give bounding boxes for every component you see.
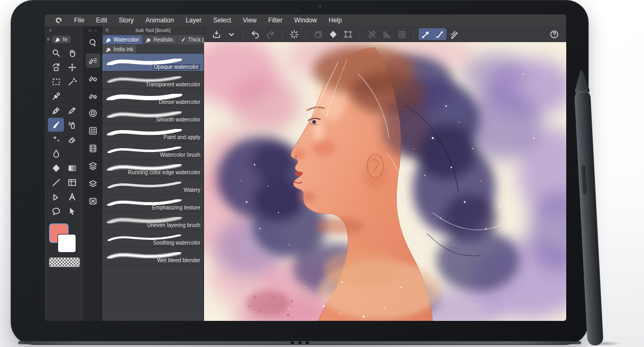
menu-help[interactable]: Help — [323, 14, 348, 26]
brush-item[interactable]: Transparent watercolor — [102, 71, 203, 89]
toolbar-divider — [360, 30, 360, 38]
tool-line[interactable] — [48, 175, 64, 189]
collapse-panel-button[interactable]: « — [49, 27, 52, 33]
crop-frame-icon[interactable] — [341, 28, 355, 40]
dock-color-set[interactable] — [86, 124, 100, 138]
brush-item[interactable]: Wet bleed blender — [102, 247, 203, 265]
tab-realistic[interactable]: Realistic — [143, 35, 177, 44]
tool-text[interactable] — [64, 190, 80, 204]
dock-navigator[interactable] — [86, 106, 100, 120]
brush-item[interactable]: Uneven layering brush — [102, 212, 203, 230]
subtool-tab-row-1: Watercolor Realistic Thick pa — [102, 35, 203, 44]
tab-watercolor[interactable]: Watercolor — [103, 35, 142, 44]
brush-item[interactable]: Dense watercolor — [102, 89, 203, 107]
menu-edit[interactable]: Edit — [90, 14, 113, 26]
brush-item[interactable]: Watery — [102, 177, 203, 195]
tool-auto-select[interactable] — [64, 75, 80, 88]
dock-next-button[interactable]: › — [95, 28, 97, 33]
dock-brush-size[interactable] — [86, 88, 100, 103]
front-camera — [319, 5, 323, 10]
dock-prev-button[interactable]: « — [88, 28, 91, 33]
tool-zoom[interactable] — [48, 46, 64, 60]
tool-selection-marquee[interactable] — [48, 75, 64, 88]
dock-material[interactable] — [86, 141, 100, 156]
dock-sub-view[interactable] — [86, 194, 100, 208]
menu-file[interactable]: File — [68, 14, 90, 26]
tool-blend[interactable] — [48, 147, 64, 160]
brush-item[interactable]: Paint and apply — [102, 124, 203, 142]
menu-select[interactable]: Select — [207, 14, 237, 26]
palette-dock: « › — [84, 26, 102, 321]
redo-icon[interactable] — [263, 28, 277, 40]
dock-layer-property[interactable] — [86, 159, 100, 173]
tool-panel-menu-icon[interactable]: ≡ — [47, 37, 50, 42]
tool-operation[interactable] — [64, 204, 80, 218]
clip-studio-paint-logo-icon[interactable] — [53, 15, 63, 25]
tool-panel-tab[interactable]: Te — [52, 36, 71, 43]
menu-animation[interactable]: Animation — [140, 14, 180, 26]
line-correction-icon[interactable] — [447, 28, 461, 40]
tool-move[interactable] — [64, 60, 80, 74]
brush-item[interactable]: Opaque watercolor — [102, 54, 203, 71]
dock-tool-property[interactable] — [86, 71, 100, 85]
grid-icon[interactable] — [395, 28, 409, 40]
brush-item[interactable]: Watercolor brush — [102, 142, 203, 159]
fill-icon[interactable] — [326, 28, 340, 40]
tool-eraser[interactable] — [64, 132, 80, 146]
light-sensor — [301, 7, 304, 10]
subtool-menu-icon[interactable]: ≡ — [105, 28, 109, 33]
portrait-ear — [368, 154, 384, 177]
menu-layer[interactable]: Layer — [180, 14, 207, 26]
canvas[interactable] — [204, 42, 566, 321]
dock-quick-access[interactable] — [86, 36, 100, 50]
tab-india-ink[interactable]: India ink — [103, 45, 136, 54]
brush-item[interactable]: Emphasizing texture — [102, 195, 203, 212]
refresh-icon[interactable] — [287, 28, 301, 40]
brush-item[interactable]: Smooth watercolor — [102, 107, 203, 124]
brush-item[interactable]: Running color edge watercolor — [102, 159, 203, 177]
tool-balloon[interactable] — [48, 204, 64, 218]
transparent-color-swatch[interactable] — [49, 257, 80, 267]
watercolor-portrait-artwork — [204, 42, 566, 321]
tool-polyline[interactable] — [48, 190, 64, 204]
dock-layer[interactable] — [86, 176, 100, 191]
duplicate-icon[interactable] — [311, 28, 325, 40]
tool-eyedropper[interactable] — [48, 89, 64, 103]
tool-rotate[interactable] — [48, 60, 64, 74]
triangle-ruler-icon[interactable] — [380, 28, 394, 40]
tool-grid — [45, 45, 83, 219]
toolbar-divider — [306, 30, 306, 38]
tool-frame-border[interactable] — [64, 175, 80, 189]
tool-gradient[interactable] — [64, 161, 80, 175]
brush-item[interactable]: Soothing watercolor — [102, 230, 203, 247]
tool-decoration[interactable] — [48, 132, 64, 146]
menu-bar: File Edit Story Animation Layer Select V… — [45, 14, 566, 26]
toolbar-divider — [413, 30, 414, 38]
tool-pen[interactable] — [48, 103, 64, 117]
dock-sub-tool[interactable] — [86, 53, 100, 68]
menu-window[interactable]: Window — [288, 14, 323, 26]
undo-icon[interactable] — [248, 28, 262, 40]
command-bar — [204, 26, 566, 42]
tool-airbrush[interactable] — [64, 118, 80, 132]
menu-story[interactable]: Story — [113, 14, 140, 26]
tool-hand[interactable] — [64, 46, 80, 60]
ruler-off-icon[interactable] — [365, 28, 379, 40]
save-icon[interactable] — [209, 28, 223, 40]
subtool-header: ≡ Sub Tool [Brush] — [102, 26, 203, 35]
tool-pencil[interactable] — [64, 103, 80, 117]
tool-fill[interactable] — [48, 161, 64, 175]
stroke-curve-icon[interactable] — [433, 28, 446, 40]
chevron-down-icon[interactable] — [224, 28, 238, 40]
active-snap-group — [419, 28, 446, 40]
background-color-swatch[interactable] — [58, 235, 76, 252]
subtool-tab-row-2: India ink — [102, 44, 203, 54]
tablet-screen: File Edit Story Animation Layer Select V… — [45, 14, 566, 321]
snap-arrow-icon[interactable] — [419, 28, 433, 40]
s-pen-tip — [574, 69, 590, 92]
product-scene: File Edit Story Animation Layer Select V… — [0, 0, 644, 347]
menu-filter[interactable]: Filter — [263, 14, 289, 26]
tool-brush[interactable] — [48, 118, 64, 132]
help-icon[interactable] — [547, 28, 561, 40]
menu-view[interactable]: View — [237, 14, 263, 26]
